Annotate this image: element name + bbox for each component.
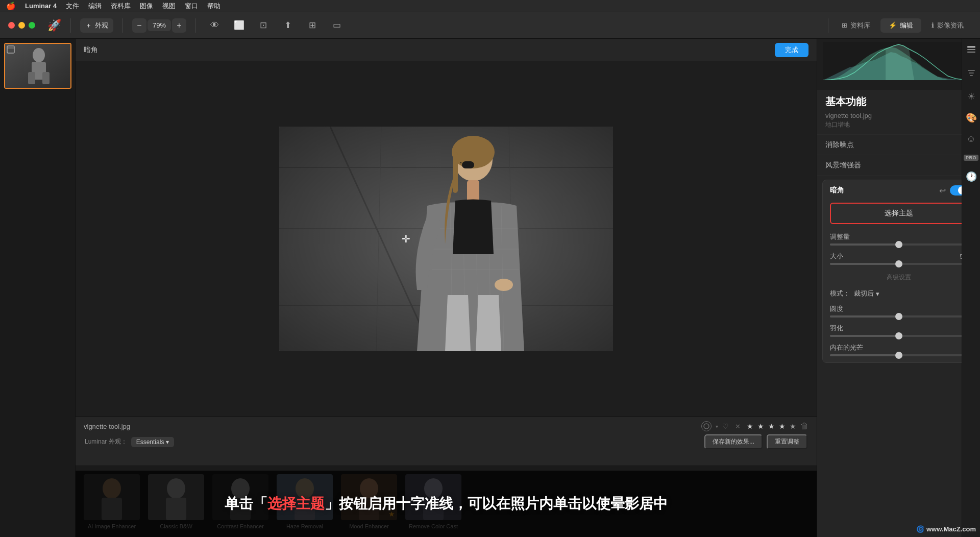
feather-slider[interactable] bbox=[830, 335, 967, 337]
tool-label: 消除噪点 bbox=[825, 140, 854, 149]
inner-glow-slider-row: 内在的光芒 0 bbox=[823, 340, 974, 362]
palette-icon[interactable]: 🎨 bbox=[966, 112, 977, 124]
clock-icon[interactable]: 🕐 bbox=[966, 171, 977, 182]
svg-rect-5 bbox=[42, 72, 50, 84]
star-3[interactable]: ★ bbox=[768, 422, 775, 430]
preview-toggle-button[interactable]: 👁 bbox=[205, 16, 224, 35]
zoom-plus-button[interactable]: + bbox=[172, 18, 186, 33]
zoom-minus-button[interactable]: − bbox=[132, 18, 146, 33]
editor-title: 暗角 bbox=[84, 45, 98, 55]
sun-icon[interactable]: ☀ bbox=[967, 91, 975, 102]
minimize-button[interactable] bbox=[18, 22, 25, 29]
slider-label-row: 调整量 0 bbox=[830, 232, 967, 241]
done-button[interactable]: 完成 bbox=[775, 43, 808, 57]
slider-thumb[interactable] bbox=[895, 352, 902, 359]
select-subject-button[interactable]: 选择主题 bbox=[830, 203, 967, 224]
histogram bbox=[817, 39, 980, 90]
vignette-title: 暗角 bbox=[830, 186, 935, 195]
look-label: 外观 bbox=[95, 21, 108, 30]
slider-thumb[interactable] bbox=[895, 313, 902, 320]
slider-label-row2: 大小 50 bbox=[830, 252, 967, 261]
svg-point-2 bbox=[33, 48, 45, 62]
preset-selector[interactable]: Essentials ▾ bbox=[131, 437, 175, 447]
chevron-down-icon2: ▾ bbox=[876, 290, 879, 298]
layers-icon[interactable] bbox=[966, 45, 976, 58]
library-icon: ⊞ bbox=[842, 21, 847, 29]
adjustment-label: 调整量 bbox=[830, 232, 850, 241]
thumbnail-item[interactable] bbox=[4, 43, 71, 89]
delete-button[interactable]: 🗑 bbox=[800, 422, 808, 431]
menu-edit[interactable]: 编辑 bbox=[88, 2, 102, 11]
toolbar-right: ⊞ 资料库 ⚡ 编辑 ℹ 影像资讯 bbox=[825, 18, 972, 33]
face-icon[interactable]: ☺ bbox=[966, 134, 975, 144]
slider-fill bbox=[830, 354, 899, 356]
noise-reduction-tool[interactable]: 消除噪点 bbox=[817, 135, 980, 155]
rating-row: ▾ ♡ ✕ ★ ★ ★ ★ ★ 🗑 bbox=[701, 421, 808, 431]
svg-rect-51 bbox=[967, 46, 975, 47]
advanced-toggle[interactable]: 高级设置 bbox=[887, 274, 911, 281]
size-slider[interactable] bbox=[830, 263, 967, 265]
tools-icon[interactable] bbox=[966, 68, 976, 81]
maximize-button[interactable] bbox=[29, 22, 35, 29]
panel-title: 基本功能 bbox=[825, 95, 972, 109]
star-4[interactable]: ★ bbox=[779, 422, 786, 430]
adjustment-slider[interactable] bbox=[830, 243, 967, 246]
slider-thumb[interactable] bbox=[895, 260, 902, 267]
slider-fill bbox=[830, 243, 899, 246]
star-1[interactable]: ★ bbox=[747, 422, 753, 430]
menu-view[interactable]: 视图 bbox=[162, 2, 176, 11]
slider-label-row5: 内在的光芒 0 bbox=[830, 343, 967, 352]
file-info-row: vignette tool.jpg ▾ ♡ ✕ ★ ★ ★ ★ ★ 🗑 bbox=[84, 421, 808, 431]
annotation-overlay: 单击「选择主题」按钮启用十字准线，可以在照片内单击以使晕影居中 bbox=[76, 471, 817, 537]
edit-tab[interactable]: ⚡ 编辑 bbox=[880, 18, 921, 33]
save-look-button[interactable]: 保存新的效果... bbox=[704, 434, 763, 449]
roundness-slider[interactable] bbox=[830, 315, 967, 318]
mode-selector[interactable]: 裁切后 ▾ bbox=[854, 289, 879, 298]
vignette-reset-icon[interactable]: ↩ bbox=[939, 186, 946, 196]
editor-header: 暗角 完成 bbox=[76, 39, 817, 61]
menu-help[interactable]: 帮助 bbox=[207, 2, 220, 11]
size-slider-row: 大小 50 bbox=[823, 249, 974, 268]
advanced-settings-section: 高级设置 bbox=[823, 268, 974, 286]
slider-label-row3: 圆度 0 bbox=[830, 304, 967, 313]
photo-background: ✛ bbox=[279, 127, 613, 351]
add-look-button[interactable]: ＋ 外观 bbox=[80, 18, 113, 33]
favorite-button[interactable]: ♡ bbox=[722, 422, 729, 430]
menu-file[interactable]: 文件 bbox=[66, 2, 79, 11]
landscape-enhancer-tool[interactable]: 风景增强器 bbox=[817, 155, 980, 176]
svg-rect-52 bbox=[967, 49, 975, 50]
star-5[interactable]: ★ bbox=[790, 422, 796, 430]
menu-window[interactable]: 窗口 bbox=[185, 2, 198, 11]
fullscreen-button[interactable]: ▭ bbox=[328, 16, 346, 35]
compare-button[interactable]: ⬜ bbox=[230, 16, 248, 35]
feather-label: 羽化 bbox=[830, 324, 843, 333]
annotation-highlight: 选择主题 bbox=[267, 496, 325, 511]
library-tab[interactable]: ⊞ 资料库 bbox=[834, 18, 878, 33]
reject-icon[interactable]: ✕ bbox=[735, 423, 741, 430]
slider-fill bbox=[830, 263, 899, 265]
close-button[interactable] bbox=[8, 22, 15, 29]
inner-glow-slider[interactable] bbox=[830, 354, 967, 356]
svg-rect-19 bbox=[462, 161, 474, 168]
zoom-display[interactable]: 79% bbox=[148, 19, 171, 31]
canvas-area[interactable]: ✛ bbox=[76, 61, 817, 417]
flag-button[interactable] bbox=[701, 421, 712, 431]
info-tab[interactable]: ℹ 影像资讯 bbox=[923, 18, 972, 33]
reset-button[interactable]: 重置调整 bbox=[767, 434, 807, 449]
vignette-header: 暗角 ↩ bbox=[823, 180, 974, 201]
right-panel: 基本功能 vignette tool.jpg 地口增地 消除噪点 风景增强器 暗… bbox=[817, 39, 980, 537]
slider-thumb[interactable] bbox=[895, 241, 902, 248]
star-2[interactable]: ★ bbox=[757, 422, 764, 430]
app-name[interactable]: Luminar 4 bbox=[25, 2, 57, 10]
svg-rect-53 bbox=[967, 52, 975, 53]
apple-menu[interactable]: 🍎 bbox=[6, 2, 16, 11]
crop-button[interactable]: ⊡ bbox=[254, 16, 273, 35]
presets-row: Luminar 外观： Essentials ▾ 保存新的效果... 重置调整 bbox=[84, 434, 808, 449]
svg-rect-4 bbox=[28, 72, 35, 84]
slider-thumb[interactable] bbox=[895, 332, 902, 339]
menu-image[interactable]: 图像 bbox=[140, 2, 153, 11]
menu-library[interactable]: 资料库 bbox=[111, 2, 131, 11]
separator3 bbox=[195, 18, 196, 33]
share-button[interactable]: ⬆ bbox=[279, 16, 297, 35]
grid-button[interactable]: ⊞ bbox=[303, 16, 322, 35]
